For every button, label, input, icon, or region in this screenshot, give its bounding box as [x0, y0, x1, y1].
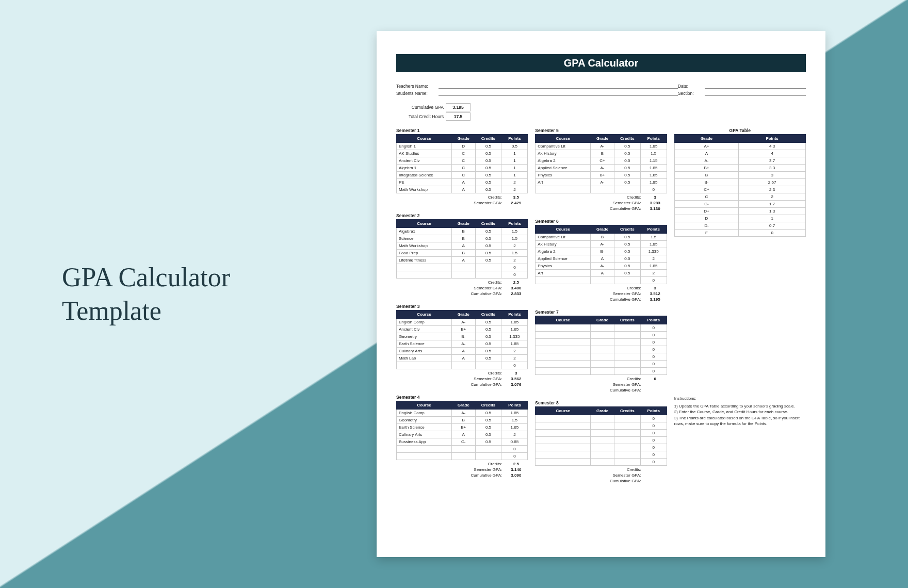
- cell: A-: [451, 319, 475, 326]
- cell: 0.5: [614, 165, 640, 172]
- cell: 0.5: [614, 172, 640, 179]
- cell: A-: [591, 263, 614, 270]
- cell: B: [674, 172, 739, 179]
- total-value: 3.090: [505, 473, 527, 478]
- cell: 0: [640, 415, 667, 422]
- total-label: Credits:: [488, 280, 502, 285]
- cell: 0.5: [475, 250, 501, 257]
- col-header: Grade: [591, 407, 614, 415]
- table-row: Earth ScienceB+0.51.65: [397, 424, 528, 431]
- cell: 0: [739, 230, 806, 237]
- cell: 2: [640, 270, 667, 277]
- cell: 3.7: [739, 157, 806, 165]
- total-hours-value: 17.5: [446, 112, 471, 121]
- total-label: Semester GPA:: [613, 291, 641, 296]
- table-row: D+1.3: [674, 208, 805, 215]
- cell: Earth Science: [397, 424, 452, 431]
- total-label: Cumulative GPA:: [471, 382, 502, 387]
- total-label: Cumulative GPA:: [610, 388, 641, 393]
- cell: Math Lab: [397, 355, 452, 362]
- col-header: Credits: [614, 316, 640, 324]
- cell: 2: [501, 355, 528, 362]
- total-value: 2.5: [505, 462, 527, 466]
- col-header: Course: [536, 225, 591, 234]
- cell: F: [674, 230, 739, 237]
- cell: 1.85: [501, 340, 528, 348]
- summary-block: Cumulative GPA3.195 Total Credit Hours17…: [396, 103, 806, 121]
- cell: [451, 264, 475, 271]
- total-value: [644, 382, 666, 387]
- cell: 1.85: [640, 143, 667, 150]
- table-row: Bussiness AppC-0.50.85: [397, 438, 528, 446]
- cell: 1.3: [739, 208, 806, 215]
- cell: [614, 459, 640, 466]
- table-row: C+2.3: [674, 186, 805, 193]
- table-row: 0: [536, 186, 667, 193]
- cell: 0.5: [475, 228, 501, 235]
- cell: Ancient Civ: [397, 157, 452, 165]
- cell: 0.85: [501, 438, 528, 446]
- cell: [591, 346, 614, 353]
- cell: A-: [451, 410, 475, 417]
- table-row: Algebra 1C0.51: [397, 165, 528, 172]
- cell: [536, 459, 591, 466]
- table-row: Algebra 2B-0.51.335: [536, 248, 667, 255]
- table-row: Comparitive LitB0.51.5: [536, 234, 667, 241]
- table-row: 0: [536, 346, 667, 353]
- cell: 3: [739, 172, 806, 179]
- cell: 4: [739, 150, 806, 157]
- cell: 0: [501, 271, 528, 279]
- cell: A: [451, 186, 475, 193]
- col-header: Points: [501, 311, 528, 319]
- semester-table: CourseGradeCreditsPointsEnglish CompA-0.…: [396, 310, 528, 369]
- total-value: 3.283: [644, 201, 666, 205]
- gpa-table-block: GPA TableGradePointsA+4.3A4A-3.7B+3.3B3B…: [674, 128, 806, 237]
- cell: A-: [451, 340, 475, 348]
- cell: 0: [640, 422, 667, 430]
- cell: English 1: [397, 143, 452, 150]
- semester-totals: Credits:3.5Semester GPA:2.429: [396, 194, 528, 206]
- col-header: Points: [640, 316, 667, 324]
- cell: [591, 353, 614, 361]
- table-row: ScienceB0.51.5: [397, 235, 528, 242]
- cell: B: [451, 250, 475, 257]
- cell: [614, 346, 640, 353]
- cell: [614, 415, 640, 422]
- total-label: Semester GPA:: [613, 201, 641, 205]
- cell: 2: [501, 179, 528, 186]
- total-value: 3: [644, 195, 666, 200]
- cell: 2: [501, 431, 528, 438]
- semester-block: Semester 5CourseGradeCreditsPointsCompar…: [535, 128, 667, 211]
- col-header: Credits: [475, 401, 501, 410]
- table-row: 0: [397, 362, 528, 369]
- total-label: Credits:: [627, 195, 641, 200]
- total-value: 3: [505, 371, 527, 375]
- cell: 4.3: [739, 143, 806, 150]
- cell: 0.5: [475, 333, 501, 340]
- cell: 1.85: [640, 165, 667, 172]
- cell: [451, 271, 475, 279]
- total-label: Cumulative GPA:: [471, 473, 502, 478]
- col-header: Grade: [451, 311, 475, 319]
- total-label: Credits:: [488, 371, 502, 375]
- cell: [591, 361, 614, 368]
- cell: 0.5: [475, 319, 501, 326]
- cell: Science: [397, 235, 452, 242]
- date-line: [705, 84, 806, 89]
- cell: [536, 415, 591, 422]
- cell: [536, 186, 591, 193]
- total-value: 3.076: [505, 382, 527, 387]
- col-header: Course: [397, 220, 452, 228]
- table-row: 0: [536, 444, 667, 451]
- cell: [536, 437, 591, 444]
- total-value: [644, 473, 666, 478]
- table-row: Ancient CivC0.51: [397, 157, 528, 165]
- cell: A-: [591, 143, 614, 150]
- semester-table: CourseGradeCreditsPointsComparitive LitA…: [535, 134, 667, 193]
- cell: Ak History: [536, 241, 591, 248]
- col-header: Grade: [451, 401, 475, 410]
- cell: C-: [674, 201, 739, 208]
- cell: B: [591, 150, 614, 157]
- cell: English Comp: [397, 410, 452, 417]
- total-label: Credits:: [488, 462, 502, 466]
